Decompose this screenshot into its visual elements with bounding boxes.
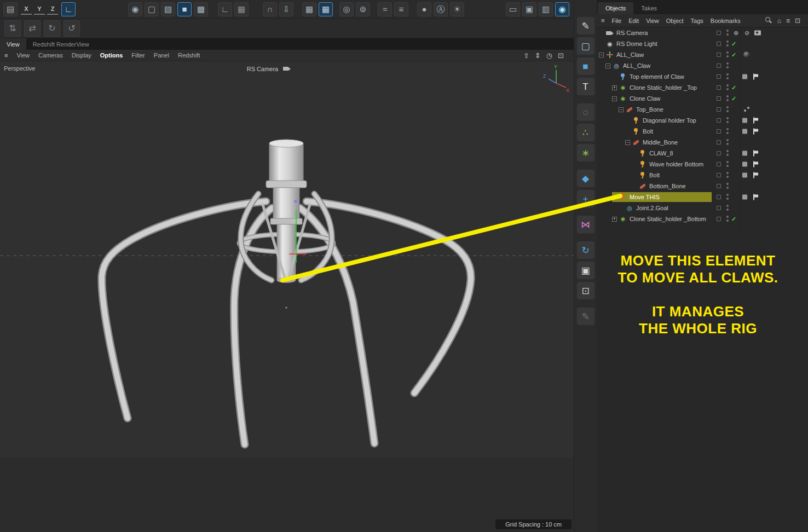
filter-icon[interactable]: ≡ [786,18,790,24]
animation-mode-button[interactable]: ▩ [194,2,208,16]
layer-icon[interactable] [742,162,747,167]
up-axis-button[interactable]: ⇅ [4,20,21,37]
axis-z-lock-button[interactable]: Z [47,4,58,15]
check-icon[interactable]: ✓ [731,216,736,222]
dots-icon[interactable] [726,30,729,36]
flag-icon[interactable] [753,172,759,178]
om-menu-edit[interactable]: Edit [628,18,639,24]
flag-icon[interactable] [753,161,759,167]
view-tab-redshift-renderview[interactable]: Redshift RenderView [26,38,96,50]
tree-row-claw-8[interactable]: CLAW_8 [597,148,808,159]
dots-icon[interactable] [726,150,729,157]
prohibit-icon[interactable]: ⊘ [744,30,749,36]
slot-icon[interactable] [717,96,721,101]
hand-tool-icon[interactable]: ⇧ [523,52,529,59]
check-icon[interactable]: ✓ [731,41,736,47]
quantize-grid-button[interactable]: ▦ [319,2,333,16]
soft-selection-button[interactable]: ≈ [378,2,392,16]
tree-row-bolt[interactable]: Bolt [597,126,808,137]
tree-row-clone-static-holder-top[interactable]: +∗Clone Static_holder _Top✓ [597,82,808,93]
layer-icon[interactable] [742,74,747,79]
history-icon[interactable]: ◷ [546,52,552,59]
dots-icon[interactable] [726,84,729,91]
external-link-icon[interactable]: ⊡ [795,18,800,24]
dots-icon[interactable] [726,183,729,189]
box-loop-button[interactable]: ↺ [64,20,80,37]
slot-icon[interactable] [717,162,721,166]
slot-icon[interactable] [717,42,721,46]
dots-icon[interactable] [726,161,729,167]
tree-row-joint-2-goal[interactable]: ◎Joint.2.Goal [597,203,808,213]
viewport-menu-panel[interactable]: Panel [154,52,169,59]
search-icon[interactable] [765,17,772,24]
expander-minus-icon[interactable]: − [625,140,630,145]
viewport-menu-display[interactable]: Display [72,52,91,59]
slot-icon[interactable] [717,195,721,199]
dots-icon[interactable] [726,128,729,135]
app-cube-button[interactable]: ▤ [3,2,18,16]
flag-icon[interactable] [753,194,759,200]
tree-row-wave-holder-bottom[interactable]: Wave holder Bottom [597,159,808,170]
flag-icon[interactable] [753,118,759,124]
tree-row-clone-static-holder-bottom[interactable]: +∗Clone Static_holder _Bottom✓ [597,213,808,224]
dots-icon[interactable] [726,41,729,47]
mirror-button[interactable]: ⋈ [576,215,595,234]
display-button[interactable]: ⊡ [576,281,595,300]
dots-icon[interactable] [726,106,729,113]
layer-icon[interactable] [742,118,747,123]
expander-minus-icon[interactable]: − [612,96,617,101]
iktag-icon[interactable] [743,106,750,113]
slot-icon[interactable] [717,85,721,90]
slot-icon[interactable] [717,31,721,35]
snap-settings-button[interactable]: ⇩ [279,2,293,16]
viewport-menu-options[interactable]: Options [100,52,123,59]
pen-tool-button[interactable]: ✎ [576,16,595,35]
layer-icon[interactable] [742,195,747,200]
tree-row-all-claw[interactable]: −ALL_Claw✓ [597,49,808,60]
dots-icon[interactable] [726,51,729,58]
soft-selection-settings-button[interactable]: ≡ [394,2,408,16]
dots-icon[interactable] [726,139,729,146]
cube-primitive-button[interactable]: ■ [576,57,595,76]
viewport-menu-redshift[interactable]: Redshift [178,52,200,59]
om-tab-takes[interactable]: Takes [633,2,665,14]
rotate-circle-button[interactable]: ↻ [576,241,595,259]
flag-icon[interactable] [753,129,759,135]
axis-y-lock-button[interactable]: Y [34,4,45,15]
workplane-button[interactable]: ∟ [218,2,232,16]
enable-axis-button[interactable]: ◎ [339,2,354,16]
flag-icon[interactable] [753,151,759,157]
maximize-view-icon[interactable]: ⊡ [558,52,564,59]
om-menu-object[interactable]: Object [666,18,684,24]
axis-settings-button[interactable]: ⊚ [356,2,370,16]
text-tool-button[interactable]: T [576,77,595,96]
slot-icon[interactable] [717,206,721,210]
dotted-circle-button[interactable]: ◌ [576,103,595,122]
tree-row-bottom-bone[interactable]: Bottom_Bone [597,181,808,192]
frame-region-button[interactable]: ▢ [576,37,595,55]
dots-icon[interactable] [726,95,729,102]
slot-icon[interactable] [717,63,721,68]
check-icon[interactable]: ✓ [731,96,736,102]
camera2-icon[interactable] [754,31,761,36]
tree-row-all-claw[interactable]: −◎ALL_Claw [597,60,808,71]
object-mode-button[interactable]: ■ [177,2,192,16]
expander-minus-icon[interactable]: − [599,53,604,57]
slot-icon[interactable] [717,129,721,134]
make-editable-button[interactable]: ◉ [128,2,142,16]
grid-button[interactable]: ▦ [302,2,316,16]
slot-icon[interactable] [717,118,721,123]
tree-row-top-bone[interactable]: −Top_Bone [597,104,808,115]
camera-tool-button[interactable]: ▣ [576,261,595,280]
om-menu-view[interactable]: View [646,18,659,24]
tree-row-bolt[interactable]: Bolt [597,170,808,181]
slot-icon[interactable] [717,74,721,79]
coord-system-button[interactable]: ∟ [61,2,76,16]
slot-icon[interactable] [717,140,721,144]
enable-snap-button[interactable]: ∩ [263,2,277,16]
viewport-3d[interactable]: Perspective RS Camera Y X Z [0,61,574,532]
redshift-render-button[interactable]: ◉ [555,2,569,16]
tree-row-top-element-of-claw[interactable]: Top element of Claw [597,71,808,82]
slot-icon[interactable] [717,217,721,221]
tree-row-move-this[interactable]: Move THIS [597,192,808,203]
